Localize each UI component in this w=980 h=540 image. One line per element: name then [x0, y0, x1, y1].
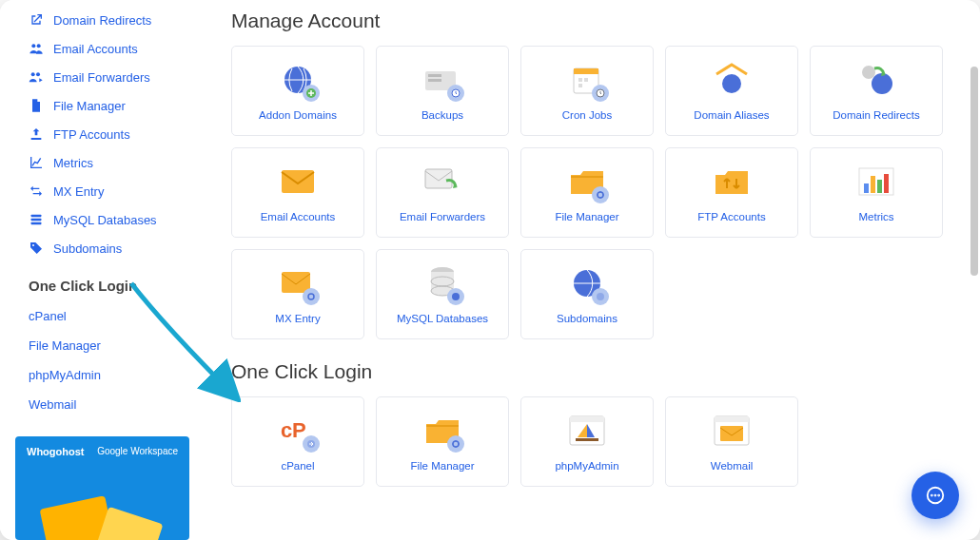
file-icon [29, 98, 44, 113]
manage-account-grid: Addon DomainsBackupsCron JobsDomain Alia… [231, 46, 963, 339]
card-label: File Manager [555, 211, 618, 224]
envelope-gear-icon [278, 263, 318, 303]
sidebar-item-domain-redirects[interactable]: Domain Redirects [0, 6, 205, 34]
globe-roof-icon [712, 60, 752, 100]
sidebar-section-one-click-login: One Click Login [0, 262, 205, 301]
card-domain-aliases[interactable]: Domain Aliases [665, 46, 798, 136]
svg-rect-24 [425, 169, 452, 188]
svg-rect-5 [31, 219, 42, 222]
card-mx-entry[interactable]: MX Entry [231, 249, 364, 339]
badge-icon [592, 85, 609, 102]
sidebar-quick-cpanel[interactable]: cPanel [0, 301, 205, 331]
card-label: Email Forwarders [400, 211, 485, 224]
card-mysql-databases[interactable]: MySQL Databases [376, 249, 509, 339]
card-subdomains[interactable]: Subdomains [520, 249, 654, 339]
card-phpmyadmin[interactable]: phpMyAdmin [520, 396, 654, 487]
promo-banner[interactable]: Whogohost Google Workspace [15, 436, 189, 540]
sidebar-item-metrics[interactable]: Metrics [0, 148, 205, 177]
card-label: MX Entry [275, 313, 320, 326]
svg-point-7 [32, 244, 34, 246]
svg-rect-27 [864, 183, 869, 193]
card-label: Subdomains [557, 313, 617, 326]
svg-rect-4 [31, 215, 42, 218]
promo-brand-left: Whogohost [27, 446, 84, 457]
svg-rect-45 [576, 438, 598, 441]
sidebar-item-mx-entry[interactable]: MX Entry [0, 177, 205, 205]
sidebar-quick-file-manager[interactable]: File Manager [0, 331, 205, 360]
card-backups[interactable]: Backups [376, 46, 509, 136]
chat-icon [925, 485, 946, 506]
card-label: Metrics [858, 211, 893, 224]
svg-rect-18 [578, 84, 582, 87]
sidebar-item-label: Email Accounts [53, 42, 138, 56]
cpanel-icon: cP [278, 411, 318, 451]
browser-sail-icon [567, 411, 607, 451]
one-click-login-grid: cPcPanelFile ManagerphpMyAdminWebmail [231, 396, 963, 487]
svg-point-20 [722, 74, 741, 93]
sidebar-item-label: Email Forwarders [53, 70, 150, 85]
card-email-forwarders[interactable]: Email Forwarders [376, 147, 509, 238]
sidebar-quick-webmail[interactable]: Webmail [0, 390, 205, 419]
card-label: Webmail [711, 460, 754, 473]
card-label: Backups [421, 109, 463, 123]
sidebar-item-email-forwarders[interactable]: Email Forwarders [0, 63, 205, 91]
svg-point-3 [36, 72, 40, 76]
svg-point-51 [935, 495, 936, 496]
svg-point-50 [931, 495, 932, 496]
card-webmail[interactable]: Webmail [665, 396, 798, 487]
sidebar-item-ftp-accounts[interactable]: FTP Accounts [0, 120, 205, 148]
scrollbar[interactable] [970, 0, 978, 540]
svg-point-22 [872, 73, 892, 94]
scrollbar-thumb[interactable] [970, 67, 978, 276]
sidebar-item-mysql-databases[interactable]: MySQL Databases [0, 205, 205, 234]
card-label: FTP Accounts [697, 211, 765, 224]
sidebar-item-subdomains[interactable]: Subdomains [0, 234, 205, 262]
card-cpanel[interactable]: cPcPanel [231, 396, 364, 487]
calendar-clock-icon [567, 60, 607, 100]
sidebar-item-email-accounts[interactable]: Email Accounts [0, 34, 205, 63]
svg-text:c: c [281, 418, 292, 442]
envelope-icon [278, 162, 318, 202]
badge-icon [447, 85, 464, 102]
promo-brand-right: Google Workspace [97, 446, 178, 456]
section-title-manage-account: Manage Account [231, 10, 963, 32]
badge-icon [447, 288, 464, 305]
sidebar-item-file-manager[interactable]: File Manager [0, 91, 205, 120]
folder-updown-icon [712, 162, 752, 202]
svg-rect-47 [715, 416, 749, 422]
card-metrics[interactable]: Metrics [810, 147, 943, 238]
card-file-manager[interactable]: File Manager [520, 147, 654, 238]
svg-point-36 [452, 293, 460, 300]
envelope-forward-icon [422, 162, 462, 202]
main-content: Manage Account Addon DomainsBackupsCron … [205, 0, 980, 540]
card-file-manager[interactable]: File Manager [376, 396, 509, 487]
card-label: Cron Jobs [562, 109, 612, 123]
database-icon [29, 212, 44, 227]
sidebar-quick-phpmyadmin[interactable]: phpMyAdmin [0, 360, 205, 390]
browser-mail-icon [712, 411, 752, 451]
svg-rect-28 [871, 176, 875, 193]
svg-rect-6 [31, 222, 42, 225]
card-addon-domains[interactable]: Addon Domains [231, 46, 364, 136]
badge-icon [592, 186, 609, 203]
server-clock-icon [422, 60, 462, 100]
svg-point-38 [597, 293, 604, 300]
card-label: Domain Aliases [694, 109, 769, 123]
svg-rect-11 [428, 74, 441, 77]
section-title-one-click-login: One Click Login [231, 360, 963, 383]
chat-button[interactable] [911, 472, 959, 519]
svg-rect-12 [428, 79, 441, 82]
sidebar-item-label: MySQL Databases [53, 213, 157, 227]
svg-point-2 [31, 72, 35, 76]
forward-icon [29, 69, 44, 85]
svg-point-32 [308, 294, 314, 299]
db-stack-icon [422, 263, 462, 303]
sidebar-item-label: File Manager [53, 99, 126, 113]
card-domain-redirects[interactable]: Domain Redirects [810, 46, 943, 136]
card-ftp-accounts[interactable]: FTP Accounts [665, 147, 798, 238]
card-cron-jobs[interactable]: Cron Jobs [520, 46, 654, 136]
app-shell: Domain RedirectsEmail AccountsEmail Forw… [0, 0, 980, 540]
card-email-accounts[interactable]: Email Accounts [231, 147, 364, 238]
badge-icon [303, 288, 320, 305]
svg-rect-17 [584, 78, 588, 82]
